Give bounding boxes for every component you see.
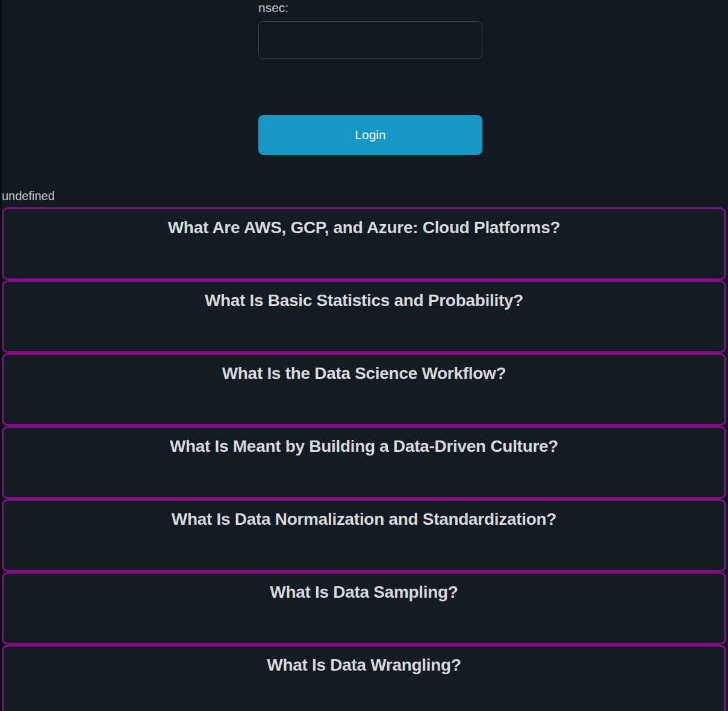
- question-card-title: What Is the Data Science Workflow?: [4, 364, 724, 383]
- question-card[interactable]: What Is Data Sampling?: [2, 572, 726, 645]
- question-card[interactable]: What Is Meant by Building a Data-Driven …: [2, 426, 726, 499]
- question-card[interactable]: What Is Data Wrangling?: [2, 645, 726, 711]
- login-button[interactable]: Login: [258, 115, 482, 155]
- question-card[interactable]: What Are AWS, GCP, and Azure: Cloud Plat…: [2, 207, 726, 280]
- nsec-label: nsec:: [258, 0, 482, 15]
- question-card-title: What Is Data Wrangling?: [4, 656, 724, 675]
- question-card-title: What Is Data Normalization and Standardi…: [4, 510, 724, 529]
- question-card-title: What Is Data Sampling?: [4, 583, 724, 602]
- question-card[interactable]: What Is the Data Science Workflow?: [2, 353, 726, 426]
- undefined-status-text: undefined: [2, 188, 55, 204]
- question-card-list: What Are AWS, GCP, and Azure: Cloud Plat…: [2, 207, 726, 711]
- question-card-title: What Are AWS, GCP, and Azure: Cloud Plat…: [4, 218, 724, 237]
- nsec-input[interactable]: [258, 21, 482, 59]
- question-card[interactable]: What Is Basic Statistics and Probability…: [2, 280, 726, 353]
- question-card-title: What Is Basic Statistics and Probability…: [4, 291, 724, 310]
- question-card[interactable]: What Is Data Normalization and Standardi…: [2, 499, 726, 572]
- question-card-title: What Is Meant by Building a Data-Driven …: [4, 437, 724, 456]
- login-form: nsec: Login: [258, 0, 482, 15]
